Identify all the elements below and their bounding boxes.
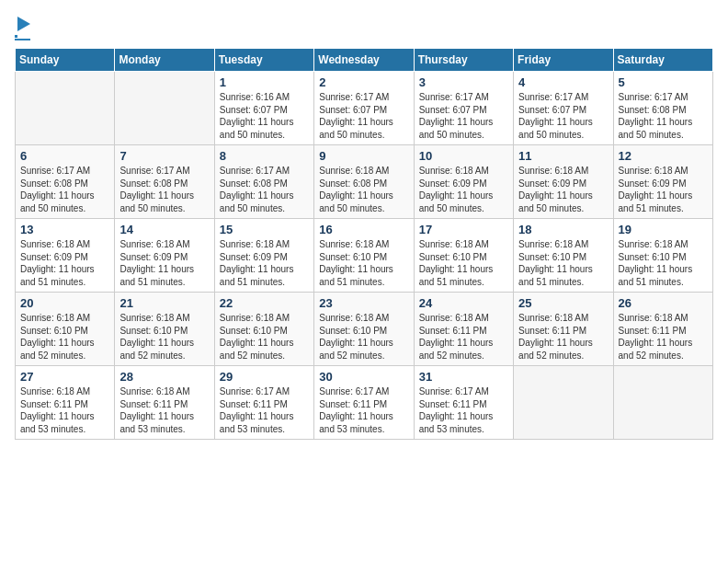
day-number: 13 <box>20 223 109 236</box>
calendar-header-saturday: Saturday <box>613 49 712 72</box>
calendar-cell: 26Sunrise: 6:18 AMSunset: 6:11 PMDayligh… <box>613 293 712 366</box>
calendar-cell: 1Sunrise: 6:16 AMSunset: 6:07 PMDaylight… <box>214 72 313 145</box>
day-info: Sunrise: 6:18 AMSunset: 6:10 PMDaylight:… <box>518 238 608 288</box>
calendar-cell: 19Sunrise: 6:18 AMSunset: 6:10 PMDayligh… <box>613 219 712 293</box>
day-number: 3 <box>419 75 508 89</box>
calendar-cell: 3Sunrise: 6:17 AMSunset: 6:07 PMDaylight… <box>414 72 513 145</box>
calendar-header-thursday: Thursday <box>414 49 513 72</box>
day-info: Sunrise: 6:18 AMSunset: 6:11 PMDaylight:… <box>419 312 508 362</box>
calendar-cell: 14Sunrise: 6:18 AMSunset: 6:09 PMDayligh… <box>115 219 214 293</box>
calendar-cell: 23Sunrise: 6:18 AMSunset: 6:10 PMDayligh… <box>314 293 414 366</box>
calendar-cell <box>613 366 712 440</box>
calendar-cell: 4Sunrise: 6:17 AMSunset: 6:07 PMDaylight… <box>514 72 613 145</box>
calendar-week-row: 27Sunrise: 6:18 AMSunset: 6:11 PMDayligh… <box>16 366 713 440</box>
day-number: 10 <box>419 149 508 163</box>
calendar-cell: 22Sunrise: 6:18 AMSunset: 6:10 PMDayligh… <box>214 293 313 366</box>
day-info: Sunrise: 6:18 AMSunset: 6:09 PMDaylight:… <box>20 238 109 288</box>
logo-triangle-icon <box>17 17 30 35</box>
day-info: Sunrise: 6:18 AMSunset: 6:10 PMDaylight:… <box>619 238 708 288</box>
calendar-cell: 16Sunrise: 6:18 AMSunset: 6:10 PMDayligh… <box>314 219 414 293</box>
day-info: Sunrise: 6:18 AMSunset: 6:10 PMDaylight:… <box>319 238 408 288</box>
day-info: Sunrise: 6:18 AMSunset: 6:08 PMDaylight:… <box>319 165 408 214</box>
calendar-header-row: SundayMondayTuesdayWednesdayThursdayFrid… <box>16 49 713 72</box>
day-number: 24 <box>419 296 508 310</box>
calendar-cell: 11Sunrise: 6:18 AMSunset: 6:09 PMDayligh… <box>514 145 613 219</box>
svg-marker-0 <box>17 17 30 31</box>
day-info: Sunrise: 6:18 AMSunset: 6:11 PMDaylight:… <box>119 385 209 435</box>
day-number: 28 <box>119 370 209 384</box>
day-number: 27 <box>20 370 109 384</box>
day-number: 18 <box>518 223 608 236</box>
day-info: Sunrise: 6:18 AMSunset: 6:11 PMDaylight:… <box>518 312 608 362</box>
page-header <box>15 15 713 40</box>
calendar-table: SundayMondayTuesdayWednesdayThursdayFrid… <box>15 48 713 440</box>
day-number: 17 <box>419 223 508 236</box>
day-number: 7 <box>119 149 209 163</box>
calendar-week-row: 1Sunrise: 6:16 AMSunset: 6:07 PMDaylight… <box>16 72 713 145</box>
calendar-cell: 28Sunrise: 6:18 AMSunset: 6:11 PMDayligh… <box>115 366 214 440</box>
day-number: 9 <box>319 149 408 163</box>
calendar-header-monday: Monday <box>115 49 214 72</box>
calendar-cell: 5Sunrise: 6:17 AMSunset: 6:08 PMDaylight… <box>613 72 712 145</box>
day-info: Sunrise: 6:17 AMSunset: 6:11 PMDaylight:… <box>319 385 408 435</box>
day-info: Sunrise: 6:17 AMSunset: 6:11 PMDaylight:… <box>220 385 309 435</box>
calendar-cell: 15Sunrise: 6:18 AMSunset: 6:09 PMDayligh… <box>214 219 313 293</box>
day-number: 30 <box>319 370 408 384</box>
day-number: 22 <box>220 296 309 310</box>
day-number: 4 <box>518 75 608 89</box>
calendar-week-row: 6Sunrise: 6:17 AMSunset: 6:08 PMDaylight… <box>16 145 713 219</box>
day-number: 2 <box>319 75 408 89</box>
day-info: Sunrise: 6:17 AMSunset: 6:11 PMDaylight:… <box>419 385 508 435</box>
calendar-cell <box>115 72 214 145</box>
day-number: 23 <box>319 296 408 310</box>
day-number: 15 <box>220 223 309 236</box>
day-info: Sunrise: 6:18 AMSunset: 6:10 PMDaylight:… <box>419 238 508 288</box>
day-info: Sunrise: 6:17 AMSunset: 6:08 PMDaylight:… <box>20 165 109 214</box>
day-info: Sunrise: 6:16 AMSunset: 6:07 PMDaylight:… <box>220 91 309 141</box>
calendar-header-friday: Friday <box>514 49 613 72</box>
calendar-cell: 21Sunrise: 6:18 AMSunset: 6:10 PMDayligh… <box>115 293 214 366</box>
day-info: Sunrise: 6:18 AMSunset: 6:10 PMDaylight:… <box>319 312 408 362</box>
day-info: Sunrise: 6:18 AMSunset: 6:10 PMDaylight:… <box>119 312 209 362</box>
calendar-cell <box>16 72 115 145</box>
calendar-cell: 8Sunrise: 6:17 AMSunset: 6:08 PMDaylight… <box>214 145 313 219</box>
calendar-cell: 6Sunrise: 6:17 AMSunset: 6:08 PMDaylight… <box>16 145 115 219</box>
day-info: Sunrise: 6:18 AMSunset: 6:10 PMDaylight:… <box>20 312 109 362</box>
calendar-cell: 24Sunrise: 6:18 AMSunset: 6:11 PMDayligh… <box>414 293 513 366</box>
day-number: 21 <box>119 296 209 310</box>
calendar-cell: 9Sunrise: 6:18 AMSunset: 6:08 PMDaylight… <box>314 145 414 219</box>
calendar-header-tuesday: Tuesday <box>214 49 313 72</box>
calendar-cell: 17Sunrise: 6:18 AMSunset: 6:10 PMDayligh… <box>414 219 513 293</box>
day-info: Sunrise: 6:18 AMSunset: 6:10 PMDaylight:… <box>220 312 309 362</box>
day-info: Sunrise: 6:18 AMSunset: 6:11 PMDaylight:… <box>619 312 708 362</box>
calendar-cell: 12Sunrise: 6:18 AMSunset: 6:09 PMDayligh… <box>613 145 712 219</box>
logo-line <box>15 35 17 38</box>
day-number: 19 <box>619 223 708 236</box>
day-info: Sunrise: 6:18 AMSunset: 6:09 PMDaylight:… <box>220 238 309 288</box>
day-number: 25 <box>518 296 608 310</box>
day-info: Sunrise: 6:18 AMSunset: 6:09 PMDaylight:… <box>419 165 508 214</box>
calendar-cell: 27Sunrise: 6:18 AMSunset: 6:11 PMDayligh… <box>16 366 115 440</box>
calendar-cell: 25Sunrise: 6:18 AMSunset: 6:11 PMDayligh… <box>514 293 613 366</box>
day-number: 20 <box>20 296 109 310</box>
day-info: Sunrise: 6:17 AMSunset: 6:07 PMDaylight:… <box>518 91 608 141</box>
logo <box>15 15 30 40</box>
day-number: 5 <box>619 75 708 89</box>
day-info: Sunrise: 6:17 AMSunset: 6:08 PMDaylight:… <box>220 165 309 214</box>
calendar-header-sunday: Sunday <box>16 49 115 72</box>
calendar-cell: 2Sunrise: 6:17 AMSunset: 6:07 PMDaylight… <box>314 72 414 145</box>
day-info: Sunrise: 6:17 AMSunset: 6:08 PMDaylight:… <box>619 91 708 141</box>
calendar-cell: 20Sunrise: 6:18 AMSunset: 6:10 PMDayligh… <box>16 293 115 366</box>
day-number: 14 <box>119 223 209 236</box>
day-info: Sunrise: 6:18 AMSunset: 6:09 PMDaylight:… <box>119 238 209 288</box>
day-number: 8 <box>220 149 309 163</box>
logo-underline <box>15 39 30 40</box>
calendar-week-row: 13Sunrise: 6:18 AMSunset: 6:09 PMDayligh… <box>16 219 713 293</box>
day-info: Sunrise: 6:18 AMSunset: 6:11 PMDaylight:… <box>20 385 109 435</box>
day-number: 26 <box>619 296 708 310</box>
day-number: 16 <box>319 223 408 236</box>
calendar-cell: 18Sunrise: 6:18 AMSunset: 6:10 PMDayligh… <box>514 219 613 293</box>
calendar-cell: 31Sunrise: 6:17 AMSunset: 6:11 PMDayligh… <box>414 366 513 440</box>
day-number: 12 <box>619 149 708 163</box>
day-number: 31 <box>419 370 508 384</box>
